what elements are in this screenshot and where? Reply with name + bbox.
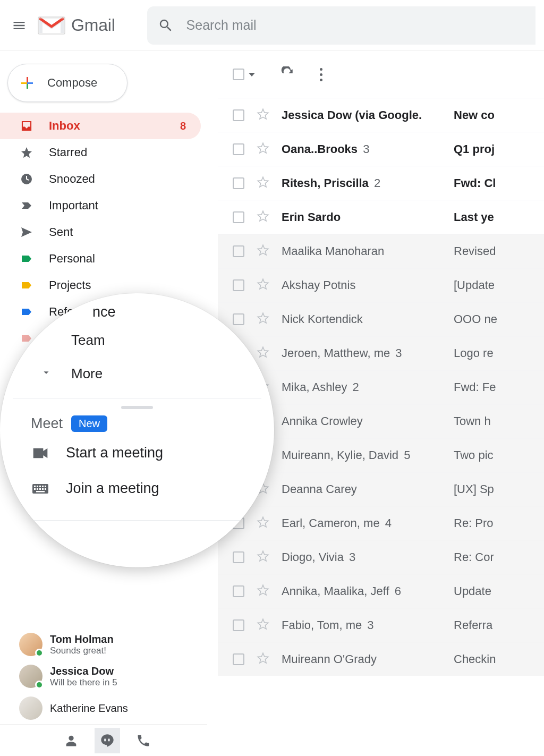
star-button[interactable] [256, 175, 270, 191]
svg-rect-5 [39, 486, 41, 487]
search-input[interactable] [186, 18, 525, 33]
star-button[interactable] [256, 311, 270, 327]
thread-count: 2 [374, 176, 380, 190]
checkbox-icon [233, 69, 244, 80]
chat-item[interactable]: Katherine Evans [0, 692, 207, 724]
star-button[interactable] [256, 651, 270, 667]
mail-subject: Town h [454, 414, 491, 428]
thread-count: 3 [367, 618, 373, 632]
nav-more[interactable]: More [13, 357, 261, 390]
nav-label: Inbox [49, 119, 80, 133]
mail-row[interactable]: Erin SardoLast ye [218, 200, 544, 234]
mail-checkbox[interactable] [233, 279, 244, 291]
chat-msg: Will be there in 5 [50, 677, 117, 688]
nav-label: More [71, 366, 103, 382]
more-button[interactable] [320, 68, 322, 81]
important-icon [20, 199, 33, 212]
mail-checkbox[interactable] [233, 143, 244, 155]
nav-personal[interactable]: Personal [0, 245, 201, 272]
star-button[interactable] [256, 277, 270, 293]
compose-button[interactable]: Compose [7, 64, 128, 102]
svg-rect-12 [45, 488, 46, 490]
contacts-button[interactable] [58, 728, 84, 753]
mail-row[interactable]: Oana..Brooks 3Q1 proj [218, 132, 544, 166]
nav-snoozed[interactable]: Snoozed [0, 166, 201, 192]
mail-row[interactable]: Annika, Maalika, Jeff 6Update [218, 574, 544, 608]
mail-subject: Referra [454, 618, 492, 632]
nav-projects[interactable]: Projects [0, 272, 201, 299]
mail-subject: Q1 proj [454, 142, 495, 156]
nav-starred[interactable]: Starred [0, 139, 201, 166]
select-all[interactable] [233, 69, 255, 80]
mail-sender: Annika Crowley [282, 414, 442, 428]
refresh-button[interactable] [280, 66, 294, 82]
mail-row[interactable]: Fabio, Tom, me 3Referra [218, 608, 544, 642]
chat-item[interactable]: Jessica DowWill be there in 5 [0, 660, 207, 692]
mail-row[interactable]: Deanna Carey[UX] Sp [218, 472, 544, 506]
star-button[interactable] [256, 549, 270, 565]
mail-checkbox[interactable] [233, 653, 244, 665]
mail-row[interactable]: Jeroen, Matthew, me 3Logo re [218, 336, 544, 370]
mail-subject: New co [454, 108, 495, 122]
mail-row[interactable]: Ritesh, Priscilla 2Fwd: Cl [218, 166, 544, 200]
gmail-logo[interactable]: Gmail [37, 15, 115, 36]
star-button[interactable] [256, 243, 270, 259]
mail-checkbox[interactable] [233, 585, 244, 597]
mail-row[interactable]: Diogo, Vivia 3Re: Cor [218, 540, 544, 574]
nav-label: Personal [49, 252, 95, 266]
mail-sender: Akshay Potnis [282, 278, 442, 292]
mail-row[interactable]: Nick KortendickOOO ne [218, 302, 544, 336]
mail-checkbox[interactable] [233, 177, 244, 189]
mail-row[interactable]: Earl, Cameron, me 4Re: Pro [218, 506, 544, 540]
mail-checkbox[interactable] [233, 211, 244, 223]
search-bar[interactable] [147, 6, 536, 45]
star-button[interactable] [256, 583, 270, 599]
star-button[interactable] [256, 209, 270, 225]
start-meeting-button[interactable]: Start a meeting [13, 435, 261, 471]
chat-item[interactable]: Tom HolmanSounds great! [0, 628, 207, 660]
star-button[interactable] [256, 141, 270, 157]
mail-checkbox[interactable] [233, 109, 244, 121]
drag-handle[interactable] [121, 406, 153, 409]
mail-row[interactable]: Muireann O'GradyCheckin [218, 642, 544, 676]
join-meeting-button[interactable]: Join a meeting [13, 471, 261, 506]
mail-row[interactable]: Akshay Potnis[Update [218, 268, 544, 302]
mail-subject: Fwd: Cl [454, 176, 496, 190]
mail-row[interactable]: Maalika ManoharanRevised [218, 234, 544, 268]
star-button[interactable] [256, 515, 270, 531]
refresh-icon [280, 66, 294, 80]
mail-row[interactable]: Jessica Dow (via Google.New co [218, 98, 544, 132]
svg-rect-3 [34, 486, 36, 487]
header: Gmail [0, 0, 544, 51]
mail-toolbar [218, 51, 544, 98]
star-button[interactable] [256, 345, 270, 361]
mail-subject: [UX] Sp [454, 482, 494, 496]
meet-header: Meet New [13, 410, 261, 435]
svg-rect-6 [42, 486, 44, 487]
mail-subject: Re: Pro [454, 516, 494, 530]
mail-checkbox[interactable] [233, 619, 244, 631]
mail-checkbox[interactable] [233, 551, 244, 563]
nav-sent[interactable]: Sent [0, 219, 201, 245]
thread-count: 3 [349, 550, 355, 564]
svg-rect-7 [45, 486, 46, 487]
mail-checkbox[interactable] [233, 313, 244, 325]
thread-count: 5 [404, 448, 410, 462]
hangouts-button[interactable] [95, 728, 120, 753]
nav-label: Sent [49, 225, 73, 239]
avatar [19, 633, 42, 656]
phone-icon [136, 733, 151, 748]
mail-subject: Fwd: Fe [454, 380, 496, 394]
main-menu-button[interactable] [6, 13, 32, 38]
nav-important[interactable]: Important [0, 192, 201, 219]
phone-button[interactable] [131, 728, 156, 753]
svg-rect-10 [39, 488, 41, 490]
divider [13, 398, 261, 398]
star-button[interactable] [256, 107, 270, 123]
svg-rect-9 [37, 488, 38, 490]
mail-checkbox[interactable] [233, 245, 244, 257]
nav-inbox[interactable]: Inbox 8 [0, 113, 201, 139]
divider [13, 520, 261, 521]
star-button[interactable] [256, 617, 270, 633]
nav-team[interactable]: Team [13, 324, 261, 357]
